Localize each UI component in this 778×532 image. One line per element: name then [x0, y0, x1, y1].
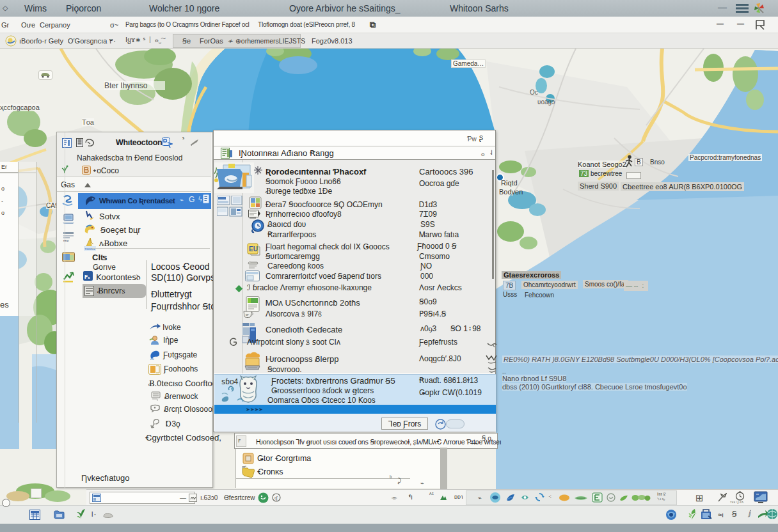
svg-text:₣₅: ₣₅ [84, 274, 90, 280]
svg-text:ʠ: ʠ [274, 495, 278, 501]
svg-text:ᴍᵉ: ᴍᵉ [246, 313, 249, 317]
svg-text:ЕU: ЕU [249, 246, 258, 253]
